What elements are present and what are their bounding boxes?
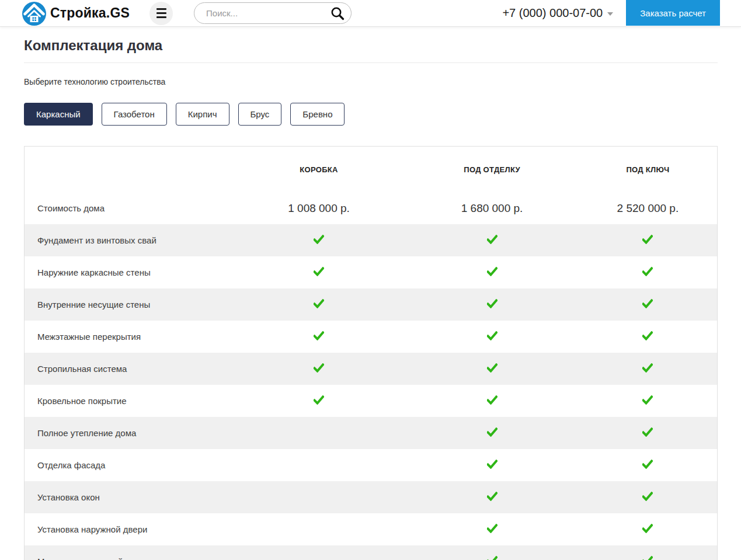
checkmark-icon: [642, 395, 653, 405]
price-value: 2 520 000 р.: [579, 202, 717, 215]
search-bar: [194, 2, 352, 24]
check-cell: [405, 395, 579, 407]
order-calculation-button[interactable]: Заказать расчет: [626, 0, 720, 26]
table-row: Наружние каркасные стены: [25, 256, 717, 288]
check-cell: [405, 524, 579, 535]
check-cell: [579, 460, 717, 471]
checkmark-icon: [487, 299, 498, 308]
check-cell: [405, 235, 579, 246]
search-button[interactable]: [329, 5, 346, 22]
check-cell: [232, 395, 406, 407]
price-value: 1 008 000 р.: [232, 202, 406, 215]
check-cell: [232, 299, 406, 311]
checkmark-icon: [487, 524, 498, 533]
checkmark-icon: [487, 235, 498, 244]
table-row: Полное утепление дома: [25, 417, 717, 449]
table-row: Отделка фасада: [25, 449, 717, 481]
page-title: Комплектация дома: [24, 37, 718, 63]
technology-tabs: КаркасныйГазобетонКирпичБрусБревно: [24, 103, 718, 126]
table-row: Межэтажные перекрытия: [25, 321, 717, 353]
tab-button[interactable]: Брус: [238, 103, 282, 126]
checkmark-icon: [642, 363, 653, 373]
check-cell: [579, 235, 717, 246]
checkmark-icon: [642, 331, 653, 340]
feature-label: Кровельное покрытие: [25, 396, 232, 406]
technology-subtitle: Выберите технологию строительства: [24, 77, 718, 86]
tab-button[interactable]: Кирпич: [176, 103, 229, 126]
column-header-korobka: КОРОБКА: [232, 165, 406, 174]
feature-label: Межэтажные перекрытия: [25, 332, 232, 342]
topbar-right: +7 (000) 000-07-00 Заказать расчет: [502, 0, 741, 26]
column-header-pod-otdelku: ПОД ОТДЕЛКУ: [405, 165, 579, 174]
tab-button[interactable]: Газобетон: [102, 103, 167, 126]
table-row: Фундамент из винтовых свай: [25, 224, 717, 256]
table-row: Внутренние несущие стены: [25, 288, 717, 321]
table-row: Кровельное покрытие: [25, 385, 717, 417]
checkmark-icon: [314, 267, 324, 276]
phone-dropdown[interactable]: +7 (000) 000-07-00: [502, 6, 613, 20]
checkmark-icon: [642, 427, 653, 437]
checkmark-icon: [487, 267, 498, 276]
feature-label: Фундамент из винтовых свай: [25, 235, 232, 245]
table-row: Установка окон: [25, 481, 717, 513]
top-bar: Стройка.GS +7 (000) 000-07-00 Заказать р…: [0, 0, 741, 27]
table-row: Установка наружной двери: [25, 513, 717, 545]
search-icon: [329, 15, 346, 23]
check-cell: [405, 460, 579, 471]
feature-label: Монтаж водосточной системы: [25, 556, 232, 560]
price-row-label: Стоимость дома: [25, 203, 232, 213]
table-row: Монтаж водосточной системы: [25, 545, 717, 560]
checkmark-icon: [642, 524, 653, 533]
checkmark-icon: [314, 395, 324, 405]
checkmark-icon: [642, 460, 653, 469]
search-input[interactable]: [194, 2, 352, 24]
check-cell: [232, 267, 406, 279]
check-cell: [579, 363, 717, 375]
checkmark-icon: [314, 331, 324, 340]
checkmark-icon: [487, 331, 498, 340]
check-cell: [579, 267, 717, 279]
checkmark-icon: [642, 235, 653, 244]
brand-name: Стройка.GS: [50, 5, 130, 21]
feature-label: Отделка фасада: [25, 460, 232, 470]
checkmark-icon: [314, 363, 324, 373]
checkmark-icon: [642, 299, 653, 308]
feature-rows: Фундамент из винтовых свайНаружние карка…: [25, 224, 717, 560]
table-header-row: КОРОБКА ПОД ОТДЕЛКУ ПОД КЛЮЧ: [25, 147, 717, 192]
table-row: Стропильная система: [25, 353, 717, 385]
chevron-down-icon: [607, 12, 613, 16]
feature-label: Стропильная система: [25, 364, 232, 374]
phone-number: +7 (000) 000-07-00: [502, 6, 603, 20]
hamburger-icon: [156, 8, 166, 10]
menu-button[interactable]: [149, 2, 173, 25]
checkmark-icon: [314, 299, 324, 308]
check-cell: [405, 427, 579, 439]
checkmark-icon: [487, 492, 498, 501]
check-cell: [405, 267, 579, 279]
tab-button[interactable]: Бревно: [290, 103, 345, 126]
checkmark-icon: [487, 556, 498, 560]
check-cell: [579, 524, 717, 535]
checkmark-icon: [487, 395, 498, 405]
main-content: Комплектация дома Выберите технологию ст…: [0, 37, 741, 560]
logo-house-icon: [21, 0, 47, 26]
package-comparison-table: КОРОБКА ПОД ОТДЕЛКУ ПОД КЛЮЧ Стоимость д…: [24, 146, 718, 560]
check-cell: [579, 492, 717, 503]
feature-label: Установка наружной двери: [25, 524, 232, 534]
check-cell: [232, 331, 406, 343]
check-cell: [579, 299, 717, 311]
price-row: Стоимость дома 1 008 000 р. 1 680 000 р.…: [25, 192, 717, 224]
check-cell: [579, 395, 717, 407]
check-cell: [579, 427, 717, 439]
brand-logo[interactable]: Стройка.GS: [21, 0, 130, 26]
feature-label: Наружние каркасные стены: [25, 267, 232, 277]
checkmark-icon: [642, 267, 653, 276]
feature-label: Внутренние несущие стены: [25, 300, 232, 309]
check-cell: [405, 492, 579, 503]
feature-label: Установка окон: [25, 492, 232, 502]
check-cell: [232, 363, 406, 375]
check-cell: [405, 299, 579, 311]
tab-button[interactable]: Каркасный: [24, 103, 93, 126]
column-header-pod-klyuch: ПОД КЛЮЧ: [579, 165, 717, 174]
checkmark-icon: [642, 492, 653, 501]
